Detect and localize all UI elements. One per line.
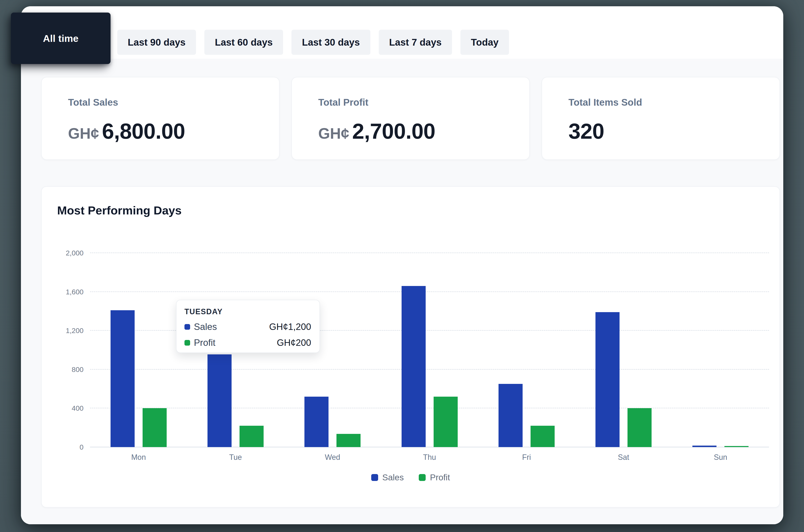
x-axis-line (90, 446, 769, 448)
filter-button-last-60-days[interactable]: Last 60 days (204, 30, 283, 55)
profit-bar-wed[interactable] (336, 434, 361, 447)
gridline-1600 (90, 291, 769, 292)
chart-tooltip: TUESDAY Sales GH¢1,200 Profit GH¢200 (176, 300, 320, 353)
total-sales-label: Total Sales (68, 97, 267, 108)
chart-title: Most Performing Days (57, 204, 182, 217)
profit-bar-fri[interactable] (531, 426, 555, 447)
total-items-sold-value: 320 (568, 119, 604, 144)
tooltip-profit-row: Profit GH¢200 (184, 338, 311, 348)
legend-item-sales[interactable]: Sales (371, 473, 404, 482)
filter-button-today[interactable]: Today (460, 30, 509, 55)
filter-button-last-90-days[interactable]: Last 90 days (117, 30, 196, 55)
sales-bar-fri[interactable] (498, 384, 523, 447)
total-profit-value: 2,700.00 (352, 119, 435, 144)
total-sales-value-row: GH¢ 6,800.00 (68, 119, 267, 144)
tooltip-profit-value: GH¢200 (277, 338, 311, 348)
y-axis-tick-0: 0 (44, 442, 84, 452)
profit-bar-sat[interactable] (627, 408, 652, 447)
currency-prefix: GH¢ (318, 125, 349, 142)
sales-bar-wed[interactable] (305, 397, 329, 447)
sales-bar-thu[interactable] (402, 286, 426, 447)
gridline-400 (90, 408, 769, 408)
currency-prefix: GH¢ (68, 125, 99, 142)
tooltip-sales-row: Sales GH¢1,200 (184, 322, 311, 332)
legend-label-sales: Sales (382, 473, 404, 482)
most-performing-days-chart-card: Most Performing Days 04008001,2001,6002,… (41, 186, 780, 508)
dashboard-content: Total Sales GH¢ 6,800.00 Total Profit GH… (21, 60, 783, 524)
app-background: { "filters": { "selected": "All time", "… (0, 0, 804, 532)
tooltip-profit-label: Profit (194, 338, 216, 348)
total-sales-value: 6,800.00 (102, 119, 185, 144)
sales-swatch-icon (184, 324, 190, 330)
total-profit-label: Total Profit (318, 97, 517, 108)
y-axis-tick-1600: 1,600 (44, 287, 84, 297)
gridline-2000 (90, 252, 769, 253)
y-axis-tick-800: 800 (44, 365, 84, 374)
x-axis-label-sun: Sun (714, 453, 727, 462)
sales-bar-sun[interactable] (692, 445, 716, 447)
sales-bar-tue[interactable] (207, 355, 232, 447)
profit-bar-mon[interactable] (143, 408, 167, 447)
y-axis-tick-2000: 2,000 (44, 248, 84, 258)
stats-row: Total Sales GH¢ 6,800.00 Total Profit GH… (41, 77, 780, 160)
tooltip-day-title: TUESDAY (184, 307, 311, 316)
total-profit-card: Total Profit GH¢ 2,700.00 (291, 77, 530, 160)
dashboard-panel: Last 90 daysLast 60 daysLast 30 daysLast… (21, 6, 783, 524)
profit-swatch-icon (419, 474, 426, 481)
x-axis-label-wed: Wed (325, 453, 340, 462)
x-axis-label-thu: Thu (423, 453, 436, 462)
filter-header: Last 90 daysLast 60 daysLast 30 daysLast… (21, 6, 783, 59)
time-filter-row: Last 90 daysLast 60 daysLast 30 daysLast… (117, 30, 509, 55)
tooltip-sales-label: Sales (194, 322, 217, 332)
sales-bar-mon[interactable] (111, 310, 135, 447)
total-items-sold-card: Total Items Sold 320 (542, 77, 780, 160)
gridline-800 (90, 369, 769, 370)
x-axis-label-sat: Sat (618, 453, 629, 462)
y-axis-tick-1200: 1,200 (44, 326, 84, 335)
legend-label-profit: Profit (430, 473, 450, 482)
legend-item-profit[interactable]: Profit (419, 473, 450, 482)
profit-swatch-icon (184, 340, 190, 346)
tooltip-sales-value: GH¢1,200 (269, 322, 311, 332)
sales-swatch-icon (371, 474, 378, 481)
sales-bar-sat[interactable] (596, 312, 620, 447)
total-sales-card: Total Sales GH¢ 6,800.00 (41, 77, 279, 160)
total-items-sold-label: Total Items Sold (568, 97, 767, 108)
total-items-sold-value-row: 320 (568, 119, 767, 144)
x-axis-label-mon: Mon (131, 453, 146, 462)
chart-legend: SalesProfit (42, 473, 780, 482)
profit-bar-thu[interactable] (434, 397, 458, 447)
x-axis-label-fri: Fri (522, 453, 531, 462)
x-axis-label-tue: Tue (229, 453, 242, 462)
filter-button-last-30-days[interactable]: Last 30 days (291, 30, 370, 55)
filter-button-last-7-days[interactable]: Last 7 days (379, 30, 452, 55)
profit-bar-sun[interactable] (725, 446, 749, 447)
filter-button-all-time[interactable]: All time (11, 13, 111, 64)
y-axis-tick-400: 400 (44, 403, 84, 413)
profit-bar-tue[interactable] (239, 426, 263, 447)
total-profit-value-row: GH¢ 2,700.00 (318, 119, 517, 144)
